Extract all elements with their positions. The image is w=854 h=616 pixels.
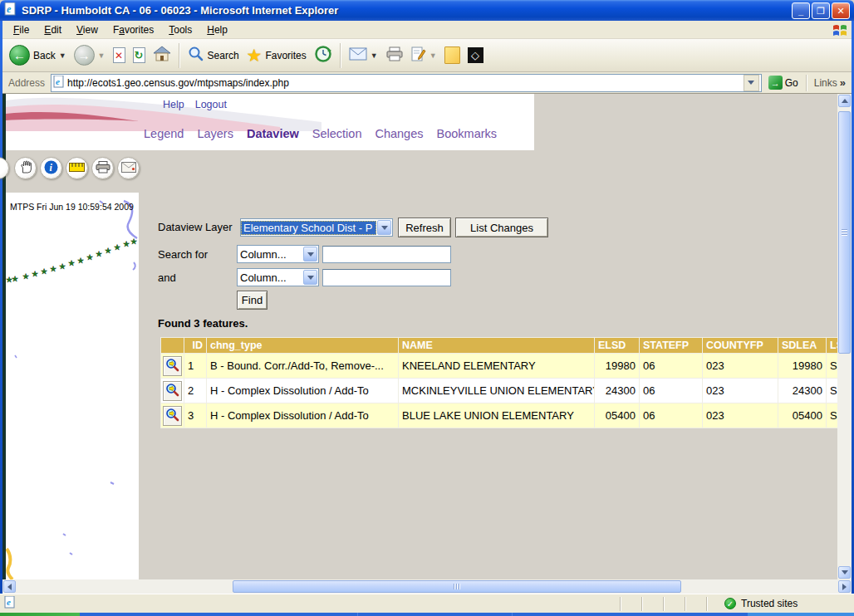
go-button[interactable]: → Go <box>764 75 802 90</box>
home-button[interactable] <box>150 44 174 66</box>
edit-icon <box>411 46 426 65</box>
nav-tab-changes[interactable]: Changes <box>375 127 423 140</box>
back-button[interactable]: ← Back ▼ <box>6 43 70 67</box>
svg-text:★: ★ <box>32 270 38 278</box>
horizontal-scrollbar[interactable] <box>2 579 852 594</box>
menu-help[interactable]: Help <box>199 22 235 39</box>
cell-name: BLUE LAKE UNION ELEMENTARY <box>399 403 594 428</box>
favorites-star-icon: ★ <box>247 46 263 64</box>
print-map-button[interactable] <box>91 157 114 179</box>
list-changes-button[interactable]: List Changes <box>455 218 548 237</box>
edit-button[interactable]: ▼ <box>408 45 440 66</box>
logout-link[interactable]: Logout <box>195 99 227 110</box>
minimize-button[interactable]: _ <box>792 2 810 19</box>
scroll-left-icon[interactable] <box>3 580 16 593</box>
menu-edit[interactable]: Edit <box>37 22 69 39</box>
address-field[interactable]: e http://ecots1.geo.census.gov/mtpsmaps/… <box>51 74 762 92</box>
messenger-button[interactable]: ◇ <box>464 46 487 65</box>
svg-text:★: ★ <box>12 275 18 283</box>
discuss-button[interactable] <box>441 45 464 66</box>
mail-button[interactable]: ▼ <box>346 46 381 65</box>
nav-tab-layers[interactable]: Layers <box>197 127 233 140</box>
search-column-select-1[interactable]: Column... <box>237 245 319 263</box>
pan-tool-button[interactable] <box>14 157 37 179</box>
refresh-button[interactable]: ↻ <box>130 46 149 65</box>
table-row: 3H - Complex Dissolution / Add-ToBLUE LA… <box>161 403 847 428</box>
trusted-sites-check-icon: ✓ <box>724 598 736 609</box>
favorites-label: Favorites <box>265 50 306 61</box>
favorites-button[interactable]: ★ Favorites <box>243 45 310 66</box>
measure-tool-button[interactable] <box>66 157 88 179</box>
scroll-up-icon[interactable] <box>838 95 851 107</box>
history-icon <box>314 45 332 66</box>
nav-tab-bookmarks[interactable]: Bookmarks <box>437 127 498 140</box>
search-column-value-2: Column... <box>238 271 302 285</box>
horizontal-scroll-thumb[interactable] <box>233 580 681 593</box>
status-bar: e ✓ Trusted sites <box>0 594 854 613</box>
nav-tab-legend[interactable]: Legend <box>144 127 184 140</box>
history-button[interactable] <box>311 43 336 67</box>
menu-view[interactable]: View <box>69 22 106 39</box>
cell-countyfp: 023 <box>703 403 778 428</box>
go-label: Go <box>785 77 798 89</box>
search-for-label: Search for <box>158 248 208 261</box>
column-header-chng_type: chng_type <box>207 338 398 353</box>
magnifier-icon <box>165 358 179 374</box>
search-column-select-2[interactable]: Column... <box>237 268 319 286</box>
links-menu[interactable]: Links » <box>811 76 849 89</box>
map-view[interactable]: ★★★ ★★★ ★★★ ★★★ ★★★ MTPS Fri Jun 19 10:5… <box>6 193 139 579</box>
printer-icon <box>96 161 110 176</box>
search-value-input-1[interactable] <box>322 246 451 263</box>
cell-sdlea: 19980 <box>778 354 826 378</box>
column-header-sdlea: SDLEA <box>778 338 826 353</box>
search-value-input-2[interactable] <box>322 269 451 286</box>
close-button[interactable]: ✕ <box>832 2 850 19</box>
results-table: IDchng_typeNAMEELSDSTATEFPCOUNTYFPSDLEAL… <box>160 337 848 428</box>
dropdown-arrow-icon[interactable] <box>377 220 391 235</box>
search-button[interactable]: Search <box>184 44 243 66</box>
dropdown-arrow-icon[interactable] <box>303 247 317 262</box>
refresh-icon: ↻ <box>133 47 145 63</box>
window-title: SDRP - Humboldt CA - 06 - 06023 - Micros… <box>22 4 338 17</box>
nav-tab-selection[interactable]: Selection <box>312 127 362 140</box>
menu-tools[interactable]: Tools <box>161 22 199 39</box>
svg-text:★: ★ <box>41 267 47 276</box>
stop-button[interactable]: ✕ <box>110 46 129 65</box>
scroll-right-icon[interactable] <box>838 580 851 593</box>
dropdown-arrow-icon[interactable] <box>303 270 317 285</box>
refresh-layer-button[interactable]: Refresh <box>398 218 451 237</box>
menu-favorites[interactable]: Favorites <box>106 22 161 39</box>
vertical-scrollbar[interactable] <box>837 94 852 579</box>
cell-chng_type: B - Bound. Corr./Add-To, Remove-... <box>207 354 398 378</box>
address-dropdown-icon[interactable] <box>744 75 759 91</box>
scroll-down-icon[interactable] <box>838 566 851 579</box>
site-nav: LegendLayersDataviewSelectionChangesBook… <box>144 127 497 140</box>
cell-elsd: 05400 <box>595 403 639 428</box>
forward-dropdown-icon: ▼ <box>98 51 106 60</box>
links-label: Links <box>814 77 837 89</box>
menu-file[interactable]: File <box>6 22 37 39</box>
zoom-to-feature-button[interactable] <box>163 406 182 426</box>
zoom-to-feature-button[interactable] <box>163 356 182 376</box>
mail-dropdown-icon[interactable]: ▼ <box>371 51 378 60</box>
help-link[interactable]: Help <box>163 99 184 110</box>
dataview-layer-select[interactable]: Elementary School Dist - P <box>240 218 393 237</box>
print-button[interactable] <box>382 45 407 66</box>
back-icon: ← <box>9 45 30 66</box>
zoom-to-feature-button[interactable] <box>163 381 182 401</box>
info-tool-button[interactable]: i <box>40 157 62 179</box>
nav-tab-dataview[interactable]: Dataview <box>247 127 299 140</box>
vertical-scroll-thumb[interactable] <box>838 111 851 354</box>
email-map-button[interactable] <box>117 157 140 179</box>
restore-button[interactable]: ❐ <box>812 2 830 19</box>
back-dropdown-icon[interactable]: ▼ <box>59 51 66 60</box>
site-header: Help Logout LegendLayersDataviewSelectio… <box>6 94 534 150</box>
tool-button-partial[interactable] <box>0 157 9 179</box>
svg-text:★: ★ <box>96 250 102 258</box>
find-button[interactable]: Find <box>237 291 267 310</box>
cell-name: MCKINLEYVILLE UNION ELEMENTARY <box>399 379 594 403</box>
page-favicon: e <box>53 76 65 90</box>
cell-sdlea: 24300 <box>778 379 826 403</box>
forward-button[interactable]: → ▼ <box>71 43 109 67</box>
address-url[interactable]: http://ecots1.geo.census.gov/mtpsmaps/in… <box>67 77 744 89</box>
